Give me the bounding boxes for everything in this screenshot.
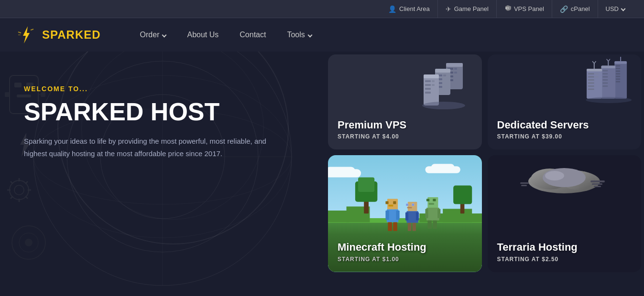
svg-rect-90 [588,85,594,87]
svg-rect-123 [416,212,419,221]
terraria-hosting-card[interactable]: Terraria Hosting STARTING AT $2.50 [488,155,642,272]
minecraft-background [328,155,482,272]
svg-rect-68 [616,78,620,80]
svg-rect-131 [426,209,428,219]
minecraft-hosting-card[interactable]: Minecraft Hosting STARTING AT $1.00 [328,155,482,272]
svg-rect-51 [424,74,439,106]
dedicated-servers-card[interactable]: Dedicated Servers STARTING AT $39.00 [488,54,642,149]
svg-rect-145 [590,180,605,182]
svg-rect-80 [602,85,608,87]
svg-rect-86 [588,73,594,74]
plane-icon: ✈ [446,5,451,13]
svg-rect-132 [437,209,440,219]
nav-contact-label: Contact [240,31,266,39]
svg-rect-134 [433,221,437,229]
hero-section: WELCOME TO... SPARKED HOST Sparking your… [0,52,325,296]
svg-rect-89 [588,83,594,84]
cards-section: Premium VPS STARTING AT $4.00 [325,52,644,296]
svg-rect-58 [432,84,435,86]
svg-rect-37 [446,63,463,67]
tools-dropdown-arrow [307,32,312,37]
svg-point-35 [25,239,33,246]
shield-icon [504,5,511,13]
svg-rect-91 [588,88,594,90]
svg-rect-20 [5,92,10,97]
svg-rect-47 [443,74,446,76]
nav-order[interactable]: Order [130,18,177,52]
svg-rect-118 [406,204,408,206]
nav-contact[interactable]: Contact [229,18,276,52]
svg-rect-45 [435,69,450,73]
svg-line-29 [11,181,13,184]
currency-dropdown-arrow [621,7,626,11]
svg-rect-93 [595,76,599,78]
svg-rect-133 [427,221,432,229]
svg-rect-127 [426,199,429,201]
svg-point-24 [14,185,24,195]
game-panel-label: Game Panel [454,5,489,12]
client-area-link[interactable]: 👤 Client Area [381,0,438,18]
svg-rect-64 [616,68,620,69]
premium-vps-card[interactable]: Premium VPS STARTING AT $4.00 [328,54,482,149]
svg-rect-148 [520,182,529,184]
logo-text: SPARKED [42,28,101,42]
svg-rect-105 [443,209,472,222]
minecraft-hosting-title: Minecraft Hosting [338,241,472,254]
hero-title: SPARKED HOST [24,98,301,126]
nav-about-label: About Us [187,31,218,39]
svg-rect-55 [425,84,431,86]
svg-line-31 [11,196,13,199]
svg-rect-111 [385,211,389,220]
svg-rect-128 [433,199,436,201]
game-panel-link[interactable]: ✈ Game Panel [438,0,497,18]
dedicated-servers-title: Dedicated Servers [497,119,632,131]
svg-rect-87 [588,76,594,78]
hero-description: Sparking your ideas to life by providing… [24,135,273,159]
svg-rect-77 [602,76,608,78]
nav-links: Order About Us Contact Tools [130,18,322,52]
svg-rect-15 [14,83,22,87]
svg-rect-113 [388,222,392,231]
svg-rect-67 [616,76,620,77]
nav-about[interactable]: About Us [176,18,229,52]
svg-rect-52 [424,74,439,78]
vps-panel-link[interactable]: VPS Panel [497,0,552,18]
svg-rect-146 [592,183,602,185]
cpanel-link[interactable]: 🔗 cPanel [552,0,598,18]
nav-tools-label: Tools [287,31,305,39]
dedicated-servers-price: STARTING AT $39.00 [497,133,632,140]
cpanel-label: cPanel [571,5,590,12]
vps-panel-label: VPS Panel [514,5,544,12]
welcome-text: WELCOME TO... [24,85,301,93]
svg-rect-69 [616,81,620,83]
svg-rect-124 [408,223,411,231]
svg-line-74 [607,59,609,62]
vps-server-icon [420,59,477,114]
premium-vps-price: STARTING AT $4.00 [338,133,472,140]
svg-rect-109 [389,205,393,207]
terraria-hosting-price: STARTING AT $2.50 [497,256,632,263]
currency-selector[interactable]: USD [598,5,633,12]
svg-rect-79 [602,83,608,84]
svg-point-144 [545,171,564,180]
svg-rect-119 [412,204,414,206]
svg-rect-107 [385,201,388,204]
logo[interactable]: SPARKED [14,23,101,46]
nav-tools[interactable]: Tools [276,18,322,52]
svg-rect-56 [425,88,431,90]
order-dropdown-arrow [162,32,167,37]
user-icon: 👤 [388,5,396,13]
svg-rect-99 [426,167,460,174]
svg-line-30 [25,196,28,199]
svg-rect-139 [453,186,472,204]
svg-rect-122 [405,212,408,221]
svg-rect-75 [602,70,608,72]
svg-rect-60 [614,61,627,98]
svg-rect-41 [454,72,457,74]
nav-bar: SPARKED Order About Us Contact Tools [0,18,644,52]
svg-rect-125 [413,223,416,231]
client-area-label: Client Area [399,5,430,12]
svg-point-59 [422,102,465,109]
main-content: WELCOME TO... SPARKED HOST Sparking your… [0,52,644,296]
svg-rect-66 [616,73,620,74]
